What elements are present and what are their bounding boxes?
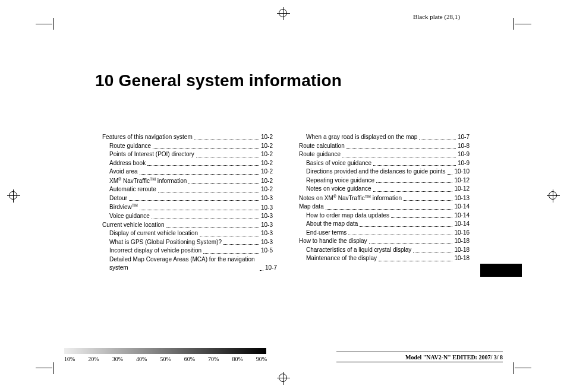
toc-entry-page: 10-3 <box>261 221 273 230</box>
toc-entry-page: 10-7 <box>265 264 277 273</box>
leader-dots <box>373 191 453 192</box>
toc-entry-label: Repeating voice guidance <box>299 176 374 185</box>
registration-mark-icon <box>277 372 290 385</box>
toc-entry-page: 10-7 <box>458 133 470 142</box>
toc-entry: What is GPS (Global Positioning System)?… <box>102 238 273 247</box>
leader-dots <box>194 140 259 140</box>
toc-entry-label: Points of Interest (POI) directory <box>102 150 194 159</box>
toc-entry-page: 10-13 <box>454 194 470 203</box>
scale-tick: 40% <box>136 356 147 362</box>
toc-entry: About the map data10-14 <box>299 220 470 229</box>
toc-entry: XM® NavTrafficTM information10-2 <box>102 176 273 186</box>
toc-entry: BirdviewTM10-3 <box>102 203 273 212</box>
leader-dots <box>346 148 456 148</box>
leader-dots <box>326 209 453 210</box>
crop-mark <box>36 368 52 368</box>
crop-mark <box>513 18 514 30</box>
leader-dots <box>200 236 259 236</box>
toc-entry: Directions provided and the distances to… <box>299 167 470 176</box>
toc-entry-page: 10-2 <box>261 142 273 151</box>
leader-dots <box>196 157 259 157</box>
toc-entry-label: When a gray road is displayed on the map <box>299 133 417 142</box>
toc-entry-label: Address book <box>102 159 146 168</box>
leader-dots <box>158 192 259 192</box>
toc-entry-label: Avoid area <box>102 167 138 176</box>
toc-entry: Features of this navigation system10-2 <box>102 133 273 142</box>
toc-entry: Route guidance10-9 <box>299 150 470 159</box>
crop-mark <box>515 24 531 24</box>
leader-dots <box>391 217 452 218</box>
leader-dots <box>147 165 259 166</box>
toc-entry-page: 10-3 <box>261 194 273 203</box>
toc-entry: When a gray road is displayed on the map… <box>299 133 470 142</box>
toc-entry-page: 10-16 <box>454 229 470 238</box>
scale-tick: 50% <box>160 356 171 362</box>
toc-entry-label: Automatic reroute <box>102 185 156 194</box>
leader-dots <box>379 261 452 261</box>
toc-entry-label: Map data <box>299 203 324 211</box>
toc-entry-label: Features of this navigation system <box>102 133 193 142</box>
toc-entry-page: 10-2 <box>261 133 273 142</box>
toc-entry-page: 10-14 <box>454 203 470 211</box>
leader-dots <box>140 174 259 175</box>
toc-entry: Incorrect display of vehicle position10-… <box>102 246 273 255</box>
toc-entry-label: Display of current vehicle location <box>102 229 198 238</box>
toc-entry-label: Directions provided and the distances to… <box>299 167 446 176</box>
toc-entry-page: 10-8 <box>458 142 470 151</box>
crop-mark <box>36 24 52 24</box>
leader-dots <box>413 252 452 252</box>
scale-tick: 30% <box>112 356 123 362</box>
scale-tick: 70% <box>208 356 219 362</box>
toc-column-right: When a gray road is displayed on the map… <box>299 133 470 273</box>
toc-entry: End-user terms10-16 <box>299 229 470 238</box>
toc-entry: Notes on XM® NavTrafficTM information10-… <box>299 194 470 203</box>
leader-dots <box>152 219 259 219</box>
toc-entry-page: 10-2 <box>261 167 273 176</box>
toc-entry: Notes on voice guidance10-12 <box>299 185 470 194</box>
leader-dots <box>223 244 259 245</box>
table-of-contents: Features of this navigation system10-2Ro… <box>102 133 470 273</box>
toc-entry-page: 10-14 <box>454 211 470 220</box>
toc-entry-page: 10-14 <box>454 220 470 229</box>
leader-dots <box>348 235 452 235</box>
toc-entry: Map data10-14 <box>299 203 470 211</box>
leader-dots <box>342 157 456 157</box>
toc-entry-label: How to handle the display <box>299 237 367 246</box>
thumb-tab <box>480 264 522 277</box>
toc-entry-page: 10-3 <box>261 238 273 247</box>
toc-entry-page: 10-12 <box>454 176 470 185</box>
leader-dots <box>166 227 259 227</box>
toc-entry-page: 10-3 <box>261 229 273 238</box>
toc-entry-page: 10-9 <box>458 150 470 159</box>
leader-dots <box>140 210 259 210</box>
toc-entry-page: 10-2 <box>261 185 273 194</box>
scale-tick: 20% <box>88 356 99 362</box>
toc-entry-page: 10-18 <box>454 237 470 246</box>
toc-entry-page: 10-5 <box>261 246 273 255</box>
percent-scale: 10%20%30%40%50%60%70%80%90% <box>64 356 267 362</box>
toc-entry: Maintenance of the display10-18 <box>299 254 470 263</box>
toc-entry-label: XM® NavTrafficTM information <box>102 176 187 186</box>
toc-entry: How to handle the display10-18 <box>299 237 470 246</box>
toc-entry-label: Detailed Map Coverage Areas (MCA) for th… <box>102 255 258 273</box>
print-page: Black plate (28,1) 10 General system inf… <box>0 0 567 392</box>
scale-tick: 80% <box>232 356 242 362</box>
toc-entry-page: 10-2 <box>261 177 273 186</box>
toc-entry-label: BirdviewTM <box>102 203 138 212</box>
chapter-title: 10 General system information <box>95 71 342 90</box>
toc-entry-page: 10-3 <box>261 212 273 221</box>
toc-entry: Display of current vehicle location10-3 <box>102 229 273 238</box>
crop-mark <box>53 18 54 30</box>
toc-entry-label: How to order map data updates <box>299 211 389 220</box>
toc-entry: Detailed Map Coverage Areas (MCA) for th… <box>102 255 273 273</box>
toc-entry: Address book10-2 <box>102 159 273 168</box>
toc-entry-label: Notes on voice guidance <box>299 185 371 194</box>
leader-dots <box>419 140 456 140</box>
leader-dots <box>376 182 452 183</box>
toc-entry-label: Current vehicle location <box>102 221 165 230</box>
toc-entry-label: What is GPS (Global Positioning System)? <box>102 238 222 247</box>
toc-entry-page: 10-2 <box>261 150 273 159</box>
leader-dots <box>260 270 263 271</box>
toc-entry-label: Voice guidance <box>102 212 150 221</box>
toc-entry: Voice guidance10-3 <box>102 212 273 221</box>
